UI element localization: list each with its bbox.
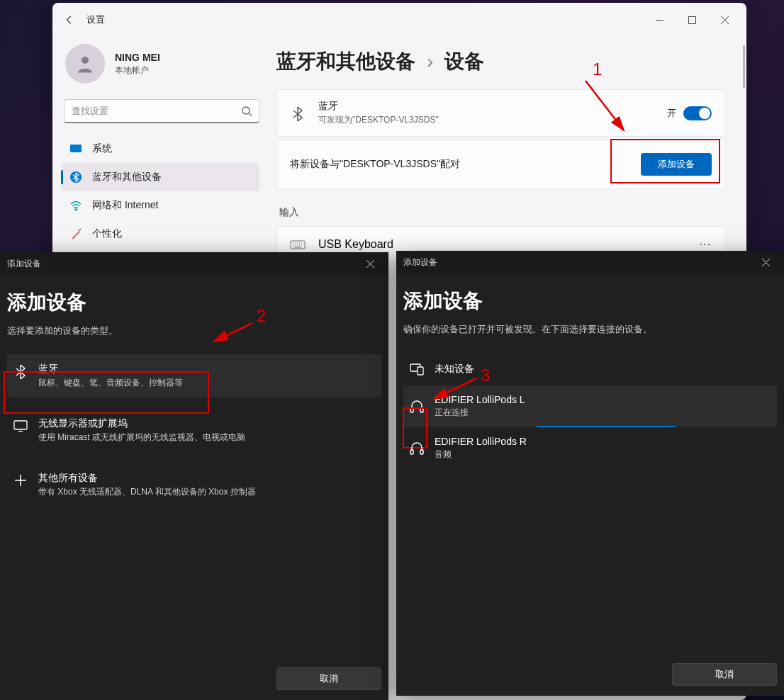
nav-label: 系统 [92,142,112,155]
maximize-button[interactable] [676,9,708,31]
device-name: USB Keyboard [318,238,393,251]
search-icon [241,106,252,117]
wifi-icon [69,199,82,212]
profile-sub: 本地帐户 [115,64,160,77]
add-device-dialog-type: 添加设备 添加设备 选择要添加的设备的类型。 蓝牙 鼠标、键盘、笔、音频设备、控… [0,252,388,700]
nav-label: 蓝牙和其他设备 [92,171,162,184]
cancel-button[interactable]: 取消 [276,667,381,690]
cancel-button[interactable]: 取消 [672,663,777,686]
device-status: 正在连接 [435,407,525,419]
display-icon [69,142,82,155]
nav-bluetooth[interactable]: 蓝牙和其他设备 [61,163,259,191]
chevron-right-icon: › [427,50,433,73]
bluetooth-toggle[interactable] [683,106,712,120]
device-lollipods-r[interactable]: EDIFIER LolliPods R 音频 [403,427,777,469]
nav-system[interactable]: 系统 [61,135,259,163]
svg-point-2 [242,107,250,114]
breadcrumb: 蓝牙和其他设备 › 设备 [276,48,725,75]
device-name: EDIFIER LolliPods L [435,394,525,405]
minimize-button[interactable] [643,9,676,31]
device-icon [409,361,425,377]
svg-point-5 [75,209,77,210]
back-button[interactable] [58,9,81,31]
nav-label: 个性化 [92,227,122,240]
device-name: EDIFIER LolliPods R [435,436,527,447]
option-title: 蓝牙 [38,363,183,376]
close-button[interactable] [708,9,741,31]
svg-point-1 [82,57,89,64]
headphones-icon [409,441,425,456]
device-unknown[interactable]: 未知设备 [403,353,777,385]
device-status: 音频 [435,448,527,461]
breadcrumb-parent[interactable]: 蓝牙和其他设备 [276,48,415,75]
pair-text: 将新设备与"DESKTOP-VL3JSDS"配对 [290,158,460,171]
bluetooth-icon [13,363,28,379]
plus-icon [13,473,28,488]
device-lollipods-l[interactable]: EDIFIER LolliPods L 正在连接 [403,385,777,427]
titlebar: 设置 [52,3,746,37]
svg-rect-9 [418,367,423,375]
svg-rect-0 [688,16,695,23]
option-other[interactable]: 其他所有设备 带有 Xbox 无线适配器、DLNA 和其他设备的 Xbox 控制… [7,463,381,507]
option-wireless-display[interactable]: 无线显示器或扩展坞 使用 Miracast 或无线扩展坞的无线监视器、电视或电脑 [7,409,381,452]
device-name: 未知设备 [435,363,474,376]
option-sub: 鼠标、键盘、笔、音频设备、控制器等 [38,377,183,389]
dialog-close-button[interactable] [359,254,381,273]
option-title: 其他所有设备 [38,472,256,485]
headphones-icon [409,399,425,414]
add-device-button[interactable]: 添加设备 [641,153,712,176]
bluetooth-icon [290,106,306,121]
dialog-close-button[interactable] [754,252,777,272]
dialog-title: 添加设备 [7,258,41,270]
scrollbar[interactable] [743,45,745,88]
dialog-subtitle: 选择要添加的设备的类型。 [7,324,381,337]
option-sub: 带有 Xbox 无线适配器、DLNA 和其他设备的 Xbox 控制器 [38,486,256,498]
nav-label: 网络和 Internet [92,199,158,212]
dialog-subtitle: 确保你的设备已打开并可被发现。在下面选择要连接的设备。 [403,323,777,336]
svg-rect-3 [70,145,82,152]
profile-name: NING MEI [115,52,160,63]
brush-icon [69,227,82,240]
keyboard-icon [290,237,306,252]
profile-block[interactable]: NING MEI 本地帐户 [61,40,267,96]
option-title: 无线显示器或扩展坞 [38,417,245,430]
bluetooth-icon [69,171,82,184]
bt-sub: 可发现为"DESKTOP-VL3JSDS" [318,114,439,126]
dialog-heading: 添加设备 [403,288,777,315]
nav-network[interactable]: 网络和 Internet [61,191,259,220]
option-bluetooth[interactable]: 蓝牙 鼠标、键盘、笔、音频设备、控制器等 [7,354,381,397]
more-icon[interactable]: ⋮ [698,239,712,250]
toggle-label: 开 [667,107,676,120]
add-device-dialog-list: 添加设备 添加设备 确保你的设备已打开并可被发现。在下面选择要连接的设备。 未知… [396,251,784,696]
window-title: 设置 [86,13,105,26]
avatar [65,44,105,84]
nav-personalization[interactable]: 个性化 [61,220,259,248]
breadcrumb-current: 设备 [444,48,484,75]
search-input[interactable] [64,99,259,123]
dialog-title: 添加设备 [403,256,437,269]
display-icon [13,418,28,434]
option-sub: 使用 Miracast 或无线扩展坞的无线监视器、电视或电脑 [38,431,245,444]
bt-title: 蓝牙 [318,100,439,113]
input-section-label: 输入 [279,206,725,219]
svg-rect-7 [14,421,27,429]
bluetooth-toggle-row: 蓝牙 可发现为"DESKTOP-VL3JSDS" 开 [277,90,724,136]
dialog-heading: 添加设备 [7,289,381,316]
